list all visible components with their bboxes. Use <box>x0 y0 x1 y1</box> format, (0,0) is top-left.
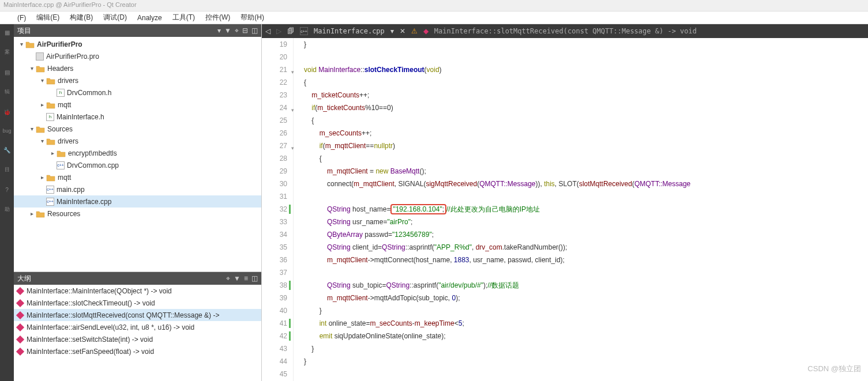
filter-icon[interactable]: ▼ <box>224 27 231 35</box>
chevron-icon[interactable]: ▾ <box>38 138 46 144</box>
menu-item[interactable]: (F) <box>17 14 26 22</box>
code-line[interactable] <box>304 51 868 63</box>
outline-item[interactable]: MainInterface::MainInterface(QObject *) … <box>14 285 261 297</box>
outline-item[interactable]: MainInterface::slotMqttReceived(const QM… <box>14 309 261 321</box>
project-tree[interactable]: ▾AirPurifierProAirPurifierPro.pro▾Header… <box>14 37 261 271</box>
code-line[interactable]: int online_state=m_secCounts-m_keepTime<… <box>304 317 868 330</box>
code-line[interactable]: m_mqttClient->mqttAddTopic(sub_topic, 0)… <box>304 292 868 304</box>
split-icon[interactable]: ◫ <box>251 27 258 35</box>
chevron-icon[interactable]: ▾ <box>28 126 36 132</box>
tree-item[interactable]: ▸Resources <box>14 208 261 220</box>
expand-icon[interactable]: ⊟ <box>242 27 248 35</box>
chevron-icon[interactable]: ▸ <box>48 150 57 156</box>
code-line[interactable]: QString sub_topic=QString::asprintf("air… <box>304 279 868 292</box>
outline-panel-tools[interactable]: ⌖ ▼ ≡ ◫ <box>226 274 258 282</box>
code-line[interactable]: QString usr_name="airPro"; <box>304 216 868 228</box>
breadcrumb-file[interactable]: MainInterface.cpp <box>314 27 385 35</box>
code-content[interactable]: }void MainInterface::slotCheckTimeout(vo… <box>294 38 868 381</box>
sort-icon[interactable]: ≡ <box>244 274 248 282</box>
project-panel-title: 项目 <box>17 26 31 36</box>
code-line[interactable] <box>304 190 868 203</box>
code-line[interactable]: QString client_id=QString::asprintf("APP… <box>304 241 868 254</box>
tree-item[interactable]: c++MainInterface.cpp <box>14 195 261 208</box>
nav-back-icon[interactable]: ◁ <box>265 27 270 35</box>
editor-breadcrumb: ◁ ▷ 🗐 c++ MainInterface.cpp ▾ ✕ ⚠ ◆ Main… <box>262 24 868 38</box>
tree-item[interactable]: c++main.cpp <box>14 183 261 195</box>
tree-item[interactable]: ▸encrypt\mbedtls <box>14 147 261 159</box>
activity-icon[interactable]: 🔧 <box>1 144 13 156</box>
code-line[interactable]: m_ticketCounts++; <box>304 89 868 101</box>
code-line[interactable]: { <box>304 152 868 165</box>
code-line[interactable]: } <box>304 304 868 317</box>
code-area[interactable]: 192021▾222324▾252627▾2829303132333435363… <box>262 38 868 381</box>
tree-item[interactable]: c++DrvCommon.cpp <box>14 159 261 171</box>
activity-icon[interactable]: ▤ <box>1 66 13 78</box>
project-panel-header: 项目 ▾ ▼ ⌖ ⊟ ◫ <box>14 24 261 37</box>
code-line[interactable]: m_secCounts++; <box>304 127 868 139</box>
outline-item[interactable]: MainInterface::setFanSpeed(float) -> voi… <box>14 345 261 357</box>
menu-item[interactable]: 调试(D) <box>103 13 127 22</box>
code-line[interactable]: } <box>304 342 868 355</box>
tree-item[interactable]: ▸mqtt <box>14 99 261 111</box>
code-line[interactable]: } <box>304 38 868 51</box>
code-line[interactable]: m_mqttClient->mqttConnect(host_name, 188… <box>304 254 868 266</box>
bookmark-icon[interactable]: 🗐 <box>287 27 294 35</box>
tree-item[interactable]: ▾Sources <box>14 123 261 135</box>
nav-fwd-icon[interactable]: ▷ <box>276 27 281 35</box>
activity-icon[interactable]: ▦ <box>1 27 13 38</box>
chevron-icon[interactable]: ▸ <box>28 210 36 217</box>
dropdown-icon[interactable]: ▾ <box>217 27 221 35</box>
outline-item[interactable]: MainInterface::setSwitchState(int) -> vo… <box>14 333 261 345</box>
tree-item[interactable]: ▾drivers <box>14 74 261 86</box>
filter-icon[interactable]: ▼ <box>234 274 241 282</box>
tree-item[interactable]: hDrvCommon.h <box>14 86 261 99</box>
code-line[interactable]: m_mqttClient = new BaseMqtt(); <box>304 165 868 178</box>
code-line[interactable]: } <box>304 355 868 368</box>
code-line[interactable]: if(m_mqttClient==nullptr) <box>304 139 868 152</box>
breadcrumb-signature[interactable]: MainInterface::slotMqttReceived(const QM… <box>434 27 697 35</box>
chevron-icon[interactable]: ▸ <box>38 101 46 108</box>
chevron-icon[interactable]: ▾ <box>17 41 25 47</box>
outline-panel-header: 大纲 ⌖ ▼ ≡ ◫ <box>14 272 261 285</box>
menu-item[interactable]: 编辑(E) <box>36 13 59 22</box>
close-icon[interactable]: ✕ <box>400 27 405 35</box>
line-number: 38 <box>262 279 287 292</box>
activity-icon[interactable]: ? <box>1 184 13 195</box>
code-line[interactable]: { <box>304 76 868 89</box>
split-icon[interactable]: ◫ <box>251 274 258 282</box>
tree-item[interactable]: ▾drivers <box>14 135 261 147</box>
menu-item[interactable]: 控件(W) <box>205 13 230 22</box>
outline-item[interactable]: MainInterface::airSendLevel(u32, int, u8… <box>14 321 261 333</box>
code-line[interactable] <box>304 368 868 380</box>
code-line[interactable]: if(m_ticketCounts%10==0) <box>304 101 868 114</box>
link-icon[interactable]: ⌖ <box>235 27 239 35</box>
code-line[interactable]: QByteArray passwd="123456789"; <box>304 228 868 241</box>
menu-item[interactable]: Analyze <box>137 14 162 22</box>
tree-item[interactable]: ▾AirPurifierPro <box>14 38 261 50</box>
code-line[interactable]: connect(m_mqttClient, SIGNAL(sigMqttRece… <box>304 178 868 190</box>
chevron-icon[interactable]: ▾ <box>28 65 36 71</box>
project-panel-tools[interactable]: ▾ ▼ ⌖ ⊟ ◫ <box>217 27 258 35</box>
tree-item[interactable]: AirPurifierPro.pro <box>14 50 261 62</box>
tree-item[interactable]: ▾Headers <box>14 62 261 74</box>
code-line[interactable]: emit siqUpdateOnlineState(online_state); <box>304 330 868 342</box>
menu-item[interactable]: 构建(B) <box>70 13 93 22</box>
menu-item[interactable]: 帮助(H) <box>241 13 264 22</box>
dropdown-icon[interactable]: ▾ <box>390 27 394 35</box>
link-icon[interactable]: ⌖ <box>226 274 230 282</box>
tree-label: main.cpp <box>57 186 85 194</box>
code-line[interactable]: { <box>304 114 868 127</box>
activity-icon[interactable]: 🐞 <box>1 106 13 118</box>
code-line[interactable]: QString host_name="192.168.0.104";//此处更改… <box>304 203 868 216</box>
chevron-icon[interactable]: ▸ <box>38 174 46 180</box>
outline-item[interactable]: MainInterface::slotCheckTimeout() -> voi… <box>14 297 261 309</box>
chevron-icon[interactable]: ▾ <box>38 77 46 84</box>
tree-item[interactable]: hMainInterface.h <box>14 111 261 123</box>
tree-label: Headers <box>47 65 73 73</box>
code-line[interactable]: void MainInterface::slotCheckTimeout(voi… <box>304 63 868 76</box>
outline-list[interactable]: MainInterface::MainInterface(QObject *) … <box>14 285 261 381</box>
code-line[interactable] <box>304 266 868 279</box>
menu-item[interactable]: 工具(T) <box>172 13 195 22</box>
line-number: 21▾ <box>262 63 287 76</box>
tree-item[interactable]: ▸mqtt <box>14 171 261 183</box>
